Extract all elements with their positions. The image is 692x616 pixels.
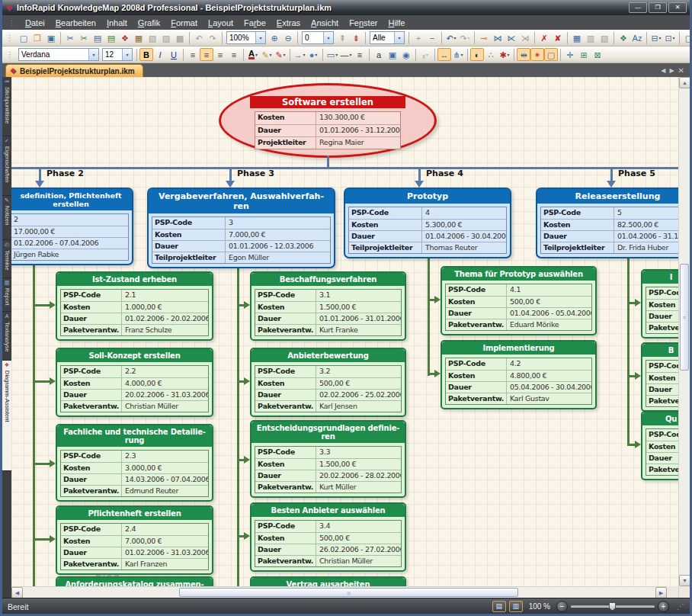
cut-branch-icon[interactable]: ✂: [77, 31, 91, 44]
sidebar-tab-stichpunktliste[interactable]: ≔Stichpunktliste: [2, 77, 11, 136]
zoom-out-icon[interactable]: ⊖: [281, 31, 295, 44]
print-preview-icon[interactable]: ⊡▾: [663, 31, 677, 44]
work-package-node-entscheidungsgrundlagen-definie-ren[interactable]: Entscheidungsgrundlagen definie-renPSP-C…: [250, 420, 406, 498]
font-color-icon[interactable]: A▾: [246, 48, 260, 61]
expand-node-icon[interactable]: +: [412, 31, 425, 44]
node-shape-icon[interactable]: ▭▾: [325, 48, 339, 61]
align-right-icon[interactable]: ≡: [213, 48, 227, 61]
menu-format[interactable]: Format: [165, 17, 203, 29]
delete-branch-icon[interactable]: ✘: [551, 31, 565, 44]
new-document-icon[interactable]: ▢: [17, 31, 30, 44]
phase-node-releaseerstellung[interactable]: ReleaseerstellungPSP-Code5Kosten82.500,0…: [536, 188, 678, 258]
work-package-node-vertrag-ausarbeiten[interactable]: Vertrag ausarbeiten: [250, 576, 406, 586]
highlight-color-icon[interactable]: ✎▾: [260, 48, 274, 61]
fit-diagram-icon[interactable]: ✛: [563, 48, 577, 61]
italic-icon[interactable]: I: [153, 48, 167, 61]
vertical-scrollbar[interactable]: ▲ ≡ ▼: [678, 77, 690, 598]
cut-icon[interactable]: ✂: [63, 31, 77, 44]
align-left-icon[interactable]: ≡: [186, 48, 200, 61]
tab-close-icon[interactable]: ✕: [678, 66, 684, 75]
sidebar-tab-termine[interactable]: ◴Termine: [2, 240, 11, 278]
paste-special-icon[interactable]: ▧: [146, 31, 159, 44]
maximize-button[interactable]: ❒: [649, 2, 667, 13]
insert-relation-icon[interactable]: ⋈: [491, 31, 505, 44]
menu-inhalt[interactable]: Inhalt: [101, 17, 133, 29]
redo-icon[interactable]: ↷▾: [458, 31, 472, 44]
work-package-node-thema-f-r-prototyp-ausw-hlen[interactable]: Thema für Prototyp auswählenPSP-Code4.1K…: [441, 266, 597, 335]
tab-prev-icon[interactable]: ◀: [661, 67, 665, 74]
insert-table-icon[interactable]: ▦: [570, 31, 584, 44]
phase-node-sdefinition-pflichtenheft-erstellen[interactable]: sdefinition, Pflichtenheft erstellenPSP-…: [11, 188, 133, 265]
filter-select-dropdown-icon[interactable]: ▾: [394, 32, 404, 43]
scroll-up-icon[interactable]: ▲: [679, 77, 690, 88]
presentation-mode-icon[interactable]: ▢: [682, 31, 690, 44]
sidebar-tab-diagramm-assistent[interactable]: ❖Diagramm-Assistent: [2, 361, 11, 471]
line-width-icon[interactable]: ≡: [353, 48, 367, 61]
font-size-select[interactable]: 12▾: [102, 48, 133, 61]
insert-link-icon[interactable]: ⊸: [477, 31, 491, 44]
outline-level-select[interactable]: 0▾: [302, 31, 334, 44]
sidebar-tab-eigenschaften[interactable]: ✓Eigenschaften: [2, 136, 11, 196]
copy-branch-icon[interactable]: ▤: [104, 31, 118, 44]
scroll-left-icon[interactable]: ◀: [11, 587, 23, 598]
scatter-view-icon[interactable]: ∴: [484, 48, 498, 61]
vertical-scroll-thumb[interactable]: ≡: [680, 264, 689, 371]
line-style-icon[interactable]: —▾: [339, 48, 353, 61]
font-size-select-dropdown-icon[interactable]: ▾: [122, 49, 132, 60]
work-package-node-qu[interactable]: QuPSP-CodeKostenDauerPaketverantw.: [641, 411, 678, 480]
remove-link-icon[interactable]: ⋊: [518, 31, 532, 44]
navigate-back-icon[interactable]: ↶: [192, 31, 206, 44]
work-package-node-anforderungskatalog-zusammen[interactable]: Anforderungskatalog zusammen-: [56, 576, 213, 586]
menu-layout[interactable]: Layout: [203, 17, 239, 29]
align-center-icon[interactable]: ≡: [200, 48, 213, 61]
branch-layout-icon[interactable]: ⋔▾: [451, 48, 465, 61]
scroll-down-icon[interactable]: ▼: [679, 575, 690, 586]
work-package-node-implementierung[interactable]: ImplementierungPSP-Code4.2Kosten4.800,00…: [441, 340, 597, 409]
phase-node-prototyp[interactable]: PrototypPSP-Code4Kosten5.300,00 €Dauer01…: [344, 188, 511, 258]
collapse-level-icon[interactable]: ⇟: [349, 31, 363, 44]
work-package-node-beschaffungsverfahren[interactable]: BeschaffungsverfahrenPSP-Code3.1Kosten1.…: [250, 271, 406, 341]
document-tab-active[interactable]: ❖ BeispielProjektstrukturplan.ikm: [5, 64, 143, 77]
bold-icon[interactable]: B: [139, 48, 153, 61]
resize-grip[interactable]: ⋰: [677, 602, 684, 611]
work-package-node-soll-konzept-erstellen[interactable]: Soll-Konzept erstellenPSP-Code2.2Kosten4…: [56, 348, 213, 417]
paste-branch-icon[interactable]: ▨: [159, 31, 173, 44]
paste-icon[interactable]: ▦: [132, 31, 146, 44]
work-package-node-ist-zustand-erheben[interactable]: Ist-Zustand erhebenPSP-Code2.1Kosten1.00…: [56, 271, 213, 341]
menu-bearbeiten[interactable]: Bearbeiten: [50, 17, 101, 29]
underline-icon[interactable]: U: [167, 48, 181, 61]
menu-grafik[interactable]: Grafik: [133, 17, 165, 29]
shadow-icon[interactable]: ◉: [399, 48, 413, 61]
close-button[interactable]: ✕: [668, 2, 687, 13]
menu-farbe[interactable]: Farbe: [239, 17, 271, 29]
group-nodes-icon[interactable]: ⊞: [577, 48, 591, 61]
save-file-icon[interactable]: ▣: [44, 31, 58, 44]
fit-width-icon[interactable]: ↔: [437, 48, 451, 61]
zoom-slider-thumb[interactable]: [609, 602, 616, 611]
zoom-out-button[interactable]: −: [556, 601, 568, 612]
selection-frame-icon[interactable]: ▢: [544, 48, 558, 61]
sidebar-tab-report[interactable]: ▥Report: [2, 278, 11, 312]
font-family-select[interactable]: Verdana▾: [18, 48, 99, 61]
spread-branches-icon[interactable]: ⇹: [517, 48, 530, 61]
diagram-canvas[interactable]: blog Software erstellen Kosten130.300,00…: [11, 77, 678, 586]
zoom-select[interactable]: 100%▾: [226, 31, 266, 44]
horizontal-scroll-thumb[interactable]: |||: [179, 588, 518, 597]
copy-icon[interactable]: ▤: [91, 31, 104, 44]
tab-next-icon[interactable]: ▶: [669, 67, 674, 74]
work-package-node-b[interactable]: BPSP-CodeKostenDauerPaketverantw.: [641, 342, 678, 412]
subscript-icon[interactable]: ₓ▾: [418, 48, 432, 61]
font-family-select-dropdown-icon[interactable]: ▾: [88, 49, 98, 60]
horizontal-scrollbar[interactable]: ◀ ||| ▶: [11, 586, 667, 598]
paste-structure-icon[interactable]: ▩: [173, 31, 187, 44]
contrast-mode-icon[interactable]: ◐: [470, 48, 484, 61]
collapse-node-icon[interactable]: −: [425, 31, 439, 44]
split-view-icon[interactable]: ✴: [530, 48, 544, 61]
align-justify-icon[interactable]: ≡: [227, 48, 241, 61]
open-file-icon[interactable]: ❒: [30, 31, 44, 44]
ungroup-nodes-icon[interactable]: ⊠: [591, 48, 604, 61]
minimize-button[interactable]: —: [629, 2, 647, 13]
menu-datei[interactable]: Datei: [20, 17, 50, 29]
navigate-forward-icon[interactable]: ↷: [206, 31, 219, 44]
menu-ansicht[interactable]: Ansicht: [306, 17, 344, 29]
